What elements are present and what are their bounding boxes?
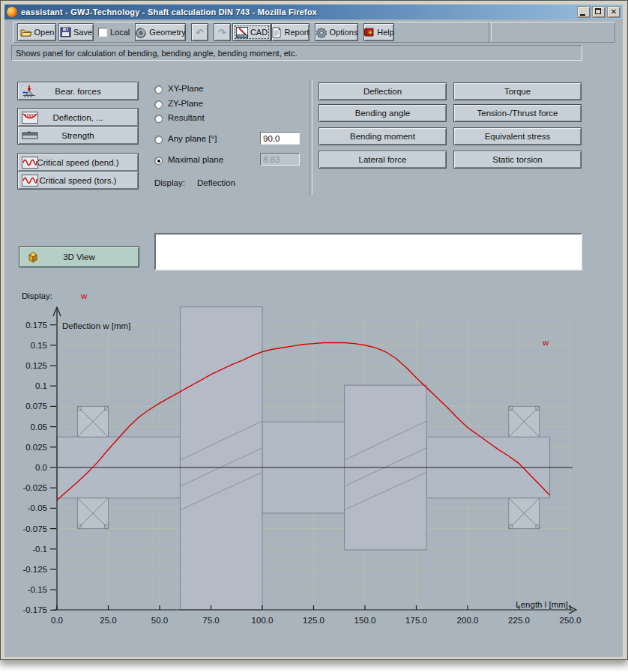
redo-arrow-icon: ↷	[218, 28, 226, 37]
view-3d-button[interactable]: 3D View	[19, 246, 139, 267]
minimize-icon	[580, 14, 585, 16]
bearing-support-icon	[22, 84, 37, 98]
radio-label[interactable]: Maximal plane	[168, 155, 223, 164]
shaft-geometry-icon	[135, 27, 147, 38]
result-button-torque[interactable]: Torque	[453, 82, 582, 100]
radio-maximal-plane[interactable]	[154, 157, 163, 165]
sine-wave-icon	[22, 155, 38, 169]
any-plane-input[interactable]	[260, 132, 300, 145]
radio-zy-plane[interactable]	[154, 100, 163, 109]
result-button-label: Bending moment	[350, 132, 415, 141]
display-value: Deflection	[197, 178, 235, 187]
toolbar-separator	[489, 22, 492, 42]
close-button[interactable]: ✕	[607, 6, 621, 18]
options-gear-icon	[315, 27, 327, 38]
calc-button-deflection[interactable]: Deflection, ...	[17, 108, 139, 127]
chart-display-label: Display:	[22, 291, 52, 300]
view-3d-label: 3D View	[63, 252, 95, 261]
minimize-button[interactable]	[577, 6, 591, 18]
chart-display-value: w	[81, 291, 87, 300]
radio-selected-dot	[157, 160, 160, 163]
deflection-curve-icon	[22, 110, 38, 124]
radio-any-plane[interactable]	[154, 136, 163, 144]
local-checkbox-label: Local	[110, 28, 130, 37]
options-button[interactable]: Options	[315, 23, 358, 41]
radio-label[interactable]: Resultant	[168, 113, 205, 122]
calc-button-label: Bear. forces	[55, 87, 100, 96]
radio-label[interactable]: XY-Plane	[168, 84, 204, 93]
toolbar-button-label: Help	[377, 28, 394, 37]
floppy-disk-icon	[60, 27, 71, 37]
status-description-text: Shows panel for calculation of bending, …	[16, 49, 297, 58]
calc-button-bear-forces[interactable]: Bear. forces	[17, 82, 139, 100]
result-button-bending-angle[interactable]: Bending angle	[318, 104, 447, 122]
result-button-label: Bending angle	[355, 109, 411, 118]
help-book-icon	[363, 27, 375, 37]
result-button-bending-moment[interactable]: Bending moment	[318, 127, 447, 145]
save-button[interactable]: Save	[58, 23, 94, 41]
radio-xy-plane[interactable]	[154, 85, 163, 94]
shaft-profile-icon	[22, 128, 38, 142]
open-folder-icon	[19, 27, 32, 37]
status-description-bar: Shows panel for calculation of bending, …	[11, 45, 582, 61]
result-button-label: Equivalent stress	[485, 132, 551, 141]
result-button-static-torsion[interactable]: Static torsion	[453, 151, 582, 169]
maximize-button[interactable]	[592, 6, 606, 18]
local-checkbox[interactable]	[98, 28, 107, 37]
app-window: eassistant - GWJ-Technology - Shaft calc…	[0, 0, 628, 660]
result-button-deflection[interactable]: Deflection	[318, 82, 447, 100]
result-button-label: Deflection	[363, 87, 402, 96]
local-checkbox-group: Local	[98, 23, 130, 41]
panel-divider	[310, 80, 313, 195]
calc-button-label: Critical speed (tors.)	[40, 176, 117, 185]
toolbar-button-label: Geometry	[149, 28, 185, 37]
maximize-icon	[595, 8, 601, 14]
toolbar-button-label: Report	[284, 28, 309, 37]
sine-wave-icon	[22, 173, 38, 187]
radio-label[interactable]: Any plane [°]	[168, 134, 217, 143]
calc-button-label: Strength	[61, 131, 94, 140]
result-button-label: Torque	[504, 87, 531, 96]
help-button[interactable]: Help	[363, 23, 394, 41]
chart-display-line: Display:w	[22, 291, 87, 300]
result-button-lateral-force[interactable]: Lateral force	[318, 151, 447, 169]
calc-button-critical-speed-tors[interactable]: Critical speed (tors.)	[17, 171, 139, 190]
radio-label[interactable]: ZY-Plane	[168, 99, 203, 108]
display-label: Display:	[154, 178, 185, 187]
redo-arrow-button[interactable]: ↷	[214, 23, 231, 41]
close-icon: ✕	[608, 7, 620, 17]
result-button-equivalent-stress[interactable]: Equivalent stress	[453, 127, 582, 145]
calc-button-label: Deflection, ...	[52, 113, 103, 122]
maximal-plane-input[interactable]	[260, 153, 300, 166]
cube-3d-icon	[26, 251, 40, 264]
output-text-area[interactable]	[154, 233, 582, 270]
screenshot-stage: eassistant - GWJ-Technology - Shaft calc…	[0, 0, 628, 672]
toolbar-button-label: Open	[34, 28, 55, 37]
titlebar[interactable]: eassistant - GWJ-Technology - Shaft calc…	[4, 4, 623, 19]
toolbar-button-label: Save	[73, 28, 92, 37]
window-controls: ✕	[577, 6, 621, 18]
cad-button[interactable]: CAD	[232, 23, 271, 41]
window-title: eassistant - GWJ-Technology - Shaft calc…	[21, 7, 574, 16]
toolbar-button-label: CAD	[250, 28, 268, 37]
result-button-tension-thrust-force[interactable]: Tension-/Thrust force	[453, 104, 582, 122]
report-button[interactable]: Report	[271, 23, 310, 41]
calc-button-label: Critical speed (bend.)	[37, 158, 118, 167]
geometry-button[interactable]: Geometry	[135, 23, 186, 41]
result-button-label: Lateral force	[359, 155, 407, 164]
calc-button-strength[interactable]: Strength	[17, 126, 139, 145]
radio-resultant[interactable]	[154, 115, 163, 123]
undo-arrow-icon: ↶	[196, 28, 204, 37]
result-button-label: Tension-/Thrust force	[477, 109, 558, 118]
result-button-label: Static torsion	[492, 155, 542, 164]
toolbar-button-label: Options	[330, 28, 358, 37]
firefox-icon	[7, 7, 17, 17]
undo-arrow-button[interactable]: ↶	[191, 23, 208, 41]
cad-ruler-pencil-icon	[236, 27, 248, 38]
calc-button-critical-speed-bend[interactable]: Critical speed (bend.)	[17, 153, 139, 172]
open-button[interactable]: Open	[17, 23, 56, 41]
report-document-icon	[271, 27, 282, 38]
